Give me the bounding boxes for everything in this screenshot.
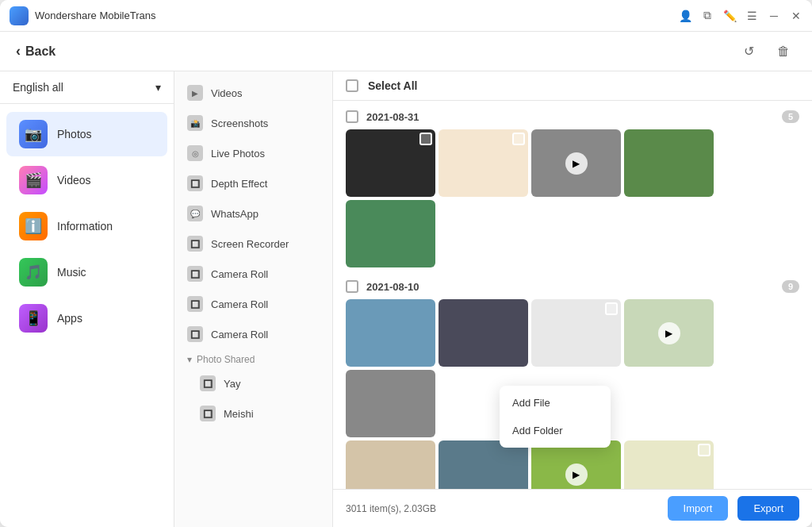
camera-roll-2-icon: 🔲	[187, 296, 203, 312]
sidebar-item-photos[interactable]: 📷 Photos	[6, 112, 167, 156]
sidebar: English all ▾ 📷 Photos 🎬 Videos ℹ️ Infor…	[0, 71, 174, 527]
photo-thumb[interactable]: ▶	[624, 299, 714, 367]
play-icon[interactable]: ▶	[658, 322, 680, 344]
sidebar-item-videos[interactable]: 🎬 Videos	[6, 158, 167, 202]
play-icon[interactable]: ▶	[565, 464, 588, 486]
photo-thumb[interactable]	[346, 129, 435, 197]
middle-item-screenshots[interactable]: 📸 Screenshots	[174, 108, 332, 138]
middle-item-camera-roll-1[interactable]: 🔲 Camera Roll	[174, 259, 332, 289]
videos-sub-icon: ▶	[187, 85, 203, 101]
whatsapp-icon: 💬	[187, 206, 203, 221]
photo-thumb[interactable]	[439, 299, 528, 367]
close-button[interactable]: ✕	[790, 10, 802, 22]
middle-item-yay[interactable]: 🔲 Yay	[174, 368, 332, 398]
photo-grid-1: ▶	[346, 129, 799, 267]
language-dropdown[interactable]: English all ▾	[0, 71, 174, 104]
photos-icon: 📷	[19, 120, 48, 148]
photo-thumb[interactable]: ▶	[531, 129, 621, 197]
photo-select-checkbox[interactable]	[419, 133, 432, 145]
middle-label-whatsapp: WhatsApp	[211, 208, 259, 220]
header: ‹ Back ↺ 🗑	[0, 32, 812, 71]
photo-select-checkbox[interactable]	[698, 444, 710, 456]
toolbar: Select All	[333, 71, 812, 101]
play-icon[interactable]: ▶	[565, 152, 588, 175]
chevron-down-icon: ▾	[155, 81, 161, 94]
edit-icon[interactable]: ✏️	[723, 10, 736, 22]
photo-thumb[interactable]	[439, 129, 528, 197]
select-all-checkbox[interactable]	[346, 79, 358, 92]
middle-item-live-photos[interactable]: ◎ Live Photos	[174, 138, 332, 168]
language-label: English all	[13, 81, 63, 94]
middle-item-screen-recorder[interactable]: 🔲 Screen Recorder	[174, 229, 332, 259]
middle-label-screen-recorder: Screen Recorder	[211, 238, 289, 250]
date-header-2: 2021-08-10 9	[346, 280, 799, 293]
middle-label-meishi: Meishi	[224, 408, 254, 420]
middle-item-camera-roll-3[interactable]: 🔲 Camera Roll	[174, 319, 332, 349]
sidebar-item-music[interactable]: 🎵 Music	[6, 250, 167, 294]
header-actions: ↺ 🗑	[736, 39, 796, 64]
photo-thumb[interactable]: ▶	[531, 440, 621, 489]
photo-select-checkbox[interactable]	[605, 302, 618, 315]
menu-icon[interactable]: ☰	[745, 10, 758, 22]
photo-shared-header[interactable]: ▾ Photo Shared	[187, 354, 320, 365]
photo-thumb[interactable]	[346, 370, 435, 437]
import-button[interactable]: Import	[668, 496, 729, 521]
minimize-button[interactable]: ─	[768, 10, 780, 22]
export-button[interactable]: Export	[737, 496, 799, 521]
camera-roll-1-icon: 🔲	[187, 266, 203, 282]
middle-item-meishi[interactable]: 🔲 Meishi	[174, 398, 332, 429]
sidebar-label-information: Information	[57, 220, 113, 233]
middle-item-depth-effect[interactable]: 🔲 Depth Effect	[174, 168, 332, 198]
date-checkbox-1[interactable]	[346, 110, 358, 123]
photo-select-checkbox[interactable]	[512, 133, 525, 145]
yay-icon: 🔲	[200, 375, 216, 391]
date-checkbox-2[interactable]	[346, 280, 358, 293]
middle-item-camera-roll-2[interactable]: 🔲 Camera Roll	[174, 289, 332, 319]
photo-shared-label: Photo Shared	[197, 354, 255, 365]
main-content: English all ▾ 📷 Photos 🎬 Videos ℹ️ Infor…	[0, 71, 812, 527]
middle-label-depth-effect: Depth Effect	[211, 178, 267, 190]
photo-thumb[interactable]	[346, 440, 435, 489]
back-button[interactable]: ‹ Back	[16, 43, 56, 60]
duplicate-icon[interactable]: ⧉	[701, 10, 714, 22]
middle-item-whatsapp[interactable]: 💬 WhatsApp	[174, 198, 332, 229]
camera-roll-3-icon: 🔲	[187, 326, 203, 342]
sidebar-item-apps[interactable]: 📱 Apps	[6, 296, 167, 340]
person-icon[interactable]: 👤	[679, 10, 691, 22]
depth-effect-icon: 🔲	[187, 175, 203, 191]
photo-thumb[interactable]	[624, 440, 714, 489]
apps-icon: 📱	[19, 304, 48, 333]
sidebar-item-information[interactable]: ℹ️ Information	[6, 204, 167, 248]
date-label-2: 2021-08-10	[366, 281, 774, 293]
middle-label-camera-roll-3: Camera Roll	[211, 329, 268, 340]
context-menu: Add File Add Folder	[500, 386, 611, 448]
photo-thumb[interactable]	[346, 299, 435, 367]
sidebar-nav: 📷 Photos 🎬 Videos ℹ️ Information 🎵 Music…	[0, 104, 174, 527]
date-section-2: 2021-08-10 9 ▶	[346, 280, 799, 489]
middle-item-videos[interactable]: ▶ Videos	[174, 78, 332, 108]
photo-thumb[interactable]	[624, 129, 714, 197]
context-menu-add-folder[interactable]: Add Folder	[500, 417, 611, 444]
app-title: Wondershare MobileTrans	[35, 10, 679, 21]
context-menu-add-file[interactable]: Add File	[500, 389, 611, 417]
delete-button[interactable]: 🗑	[771, 39, 796, 64]
info-icon: ℹ️	[19, 212, 48, 240]
screen-recorder-icon: 🔲	[187, 236, 203, 252]
undo-button[interactable]: ↺	[736, 39, 761, 64]
back-label: Back	[25, 44, 56, 59]
middle-label-screenshots: Screenshots	[211, 117, 268, 129]
photo-shared-section: ▾ Photo Shared	[174, 349, 332, 368]
item-count-info: 3011 item(s), 2.03GB	[346, 503, 658, 514]
back-arrow-icon: ‹	[16, 43, 21, 60]
photo-thumb[interactable]	[439, 440, 528, 489]
middle-panel: ▶ Videos 📸 Screenshots ◎ Live Photos 🔲 D…	[174, 71, 333, 527]
photo-thumb[interactable]	[346, 200, 435, 267]
sidebar-label-apps: Apps	[57, 312, 82, 325]
middle-label-videos: Videos	[211, 87, 243, 99]
sidebar-label-music: Music	[57, 266, 86, 279]
music-icon: 🎵	[19, 258, 48, 287]
titlebar: Wondershare MobileTrans 👤 ⧉ ✏️ ☰ ─ ✕	[0, 0, 812, 32]
chevron-down-icon: ▾	[187, 354, 192, 365]
photo-thumb[interactable]	[531, 299, 621, 367]
photo-grid-2b: ▶	[346, 440, 799, 489]
